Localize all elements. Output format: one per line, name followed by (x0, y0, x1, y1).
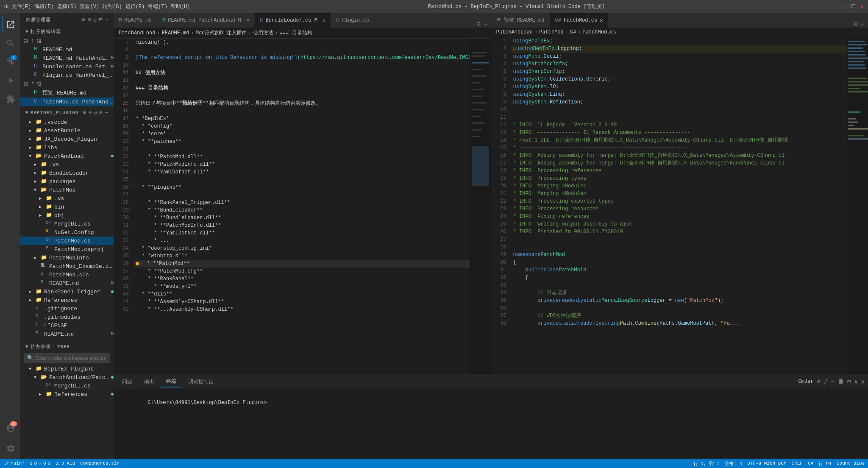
cursor-pos-status[interactable]: 行 1, 列 1 (693, 460, 720, 467)
terminal-split-btn[interactable]: ╱ (824, 378, 827, 385)
right-breadcrumb-patchandload[interactable]: PatchAndLoad (496, 29, 533, 35)
tree-license[interactable]: ▶TLICENSE (20, 321, 114, 330)
component-status[interactable]: Components.sln (80, 461, 119, 466)
tree-references[interactable]: ▶📁References (20, 296, 114, 304)
terminal-close-down[interactable]: ∨ (861, 378, 865, 385)
breadcrumb-patchandload[interactable]: PatchAndLoad (119, 30, 155, 36)
right-split-btn[interactable]: ⊡ (854, 20, 857, 28)
tree-mergedll[interactable]: ▶C#MergeDll.cs (20, 220, 114, 228)
tree-gitmodules[interactable]: ▶G.gitmodules (20, 313, 114, 321)
git-branch-status[interactable]: ⎇ main* (3, 461, 25, 466)
tree-patchmod-csproj[interactable]: ▶PPatchMod.csproj (20, 245, 114, 254)
tree-patchmodinfo[interactable]: ▶📁PatchModInfo (20, 254, 114, 262)
tree-libs[interactable]: ▶📁libs (20, 143, 114, 152)
search-activity-icon[interactable] (2, 35, 19, 52)
right-code-editor[interactable]: 1 2 3 4 5 6 7 8 9 10 11 12 13 (491, 37, 868, 374)
right-code-content[interactable]: using BepInEx; ⚠using BepInEx.Logging; u… (512, 37, 847, 374)
tab-debug-console[interactable]: 调试控制台 (183, 376, 219, 387)
explorer-activity-icon[interactable] (2, 16, 19, 33)
menu-run[interactable]: 运行(R) (125, 3, 145, 10)
tab-bundleloader[interactable]: C BundleLoader.cs M ✕ (255, 13, 331, 28)
pending-references[interactable]: ▶📁References (20, 390, 114, 398)
breadcrumb-mod[interactable]: Mod形式的DL注入插件 (196, 29, 247, 36)
line-ending-status[interactable]: CRLF (792, 461, 803, 466)
menu-view[interactable]: 查看(V) (80, 3, 99, 10)
open-file-plugin[interactable]: C Plugin.cs RankPanel_Trigger\\Ra... (20, 71, 114, 79)
tree-vscode[interactable]: ▶📁.vscode (20, 118, 114, 126)
refresh-btn[interactable]: ↺ (93, 16, 97, 23)
right-breadcrumb-patchmod[interactable]: PatchMod (539, 29, 564, 35)
tree-patchmod-bin[interactable]: ▶📁bin (20, 203, 114, 211)
right-breadcrumb-file[interactable]: PatchMod.cs (583, 29, 616, 35)
tab-patchmod-cs[interactable]: C# PatchMod.cs ✕ (550, 13, 609, 28)
terminal-content[interactable]: C:\Users\84991\Desktop\BepInEx_Plugins> (114, 389, 868, 459)
errors-status[interactable]: ⊗ 0 ⚠ 0 0 (30, 461, 50, 466)
tree-nuget[interactable]: ▶NNuGet.Config (20, 228, 114, 237)
count-status[interactable]: Count 3109 (837, 461, 865, 466)
ws-new-folder[interactable]: ⊕ (89, 109, 92, 116)
more-tab-actions-btn[interactable]: ⋯ (484, 20, 487, 28)
tree-readme-patchandload[interactable]: ▶MREADME.md M (20, 279, 114, 287)
tree-patchmod-sln[interactable]: ▶SPatchMod.sln (20, 270, 114, 279)
settings-activity-icon[interactable] (2, 440, 19, 457)
breadcrumb-usage[interactable]: 使用方法 (253, 29, 273, 36)
tab-terminal[interactable]: 终端 (161, 376, 181, 387)
tree-assetbundle[interactable]: ▶📁AssetBundle (20, 126, 114, 135)
open-file-readme-patchandload[interactable]: M README.md PatchAndLo... M (20, 54, 114, 62)
tab-readme[interactable]: M README.md (114, 13, 157, 28)
tab-plugin[interactable]: C Plugin.cs (331, 13, 375, 28)
open-editors-section[interactable]: ▼打开的编辑器 (20, 27, 114, 36)
terminal-close-up[interactable]: ∧ (854, 378, 857, 385)
minimize-btn[interactable]: ─ (843, 3, 846, 10)
left-code-content[interactable]: missing!`). [The referenced script on th… (134, 39, 470, 374)
menu-edit[interactable]: 编辑(E) (34, 3, 54, 10)
encoding-status[interactable]: UTF-8 with BOM (747, 461, 786, 466)
ws-refresh[interactable]: ↺ (94, 109, 98, 116)
tree-readme[interactable]: ▶MREADME.md M (20, 330, 114, 338)
menu-terminal[interactable]: 终端(T) (148, 3, 167, 10)
tree-packages[interactable]: ▶📁packages (20, 177, 114, 186)
terminal-add-btn[interactable]: − (831, 378, 834, 385)
ws-more[interactable]: ⋯ (105, 109, 108, 116)
source-control-activity-icon[interactable]: 1 (2, 53, 19, 70)
open-file-preview-readme[interactable]: P 预览 README.md (20, 88, 114, 98)
tree-gitignore[interactable]: ▶G.gitignore (20, 304, 114, 313)
open-file-patchmod[interactable]: C PatchMod.cs PatchAndLoad\\Pat... (20, 98, 114, 106)
left-code-editor[interactable]: 7 8 9 10 11 12 13 14 15 16 17 18 (114, 39, 491, 374)
run-activity-icon[interactable] (2, 72, 19, 89)
pending-bepinex[interactable]: ▼📁BepInEx_Plugins (20, 365, 114, 373)
workspace-section[interactable]: ▼BEPINEX_PLUGINS ⊕ ⊕ ↺ ⊟ ⋯ (20, 108, 114, 118)
right-more-btn[interactable]: ⋯ (861, 20, 865, 28)
terminal-delete-btn[interactable]: 🗑 (838, 378, 844, 385)
tab-output[interactable]: 输出 (139, 376, 159, 387)
tree-patchmod-folder[interactable]: ▼📂PatchMod (20, 186, 114, 194)
extensions-activity-icon[interactable] (2, 91, 19, 108)
language-status[interactable]: C# (808, 461, 813, 466)
tree-rankpanel[interactable]: ▶📁RankPanel_Trigger (20, 287, 114, 296)
tree-patchmod-obj[interactable]: ▶📁obj (20, 211, 114, 220)
open-file-bundleloader[interactable]: C BundleLoader.cs PatchA... M (20, 62, 114, 71)
tab-readme-patchandload[interactable]: M README.md PatchAndLoad M ✕ (157, 13, 255, 28)
patchmod-tab-close[interactable]: ✕ (600, 17, 603, 24)
menu-goto[interactable]: 转到(G) (103, 3, 122, 10)
close-btn[interactable]: ✕ (860, 3, 864, 10)
pending-mergedll[interactable]: ▶C#MergeDll.cs (20, 382, 114, 390)
tree-patchmod-cs[interactable]: ▶C#PatchMod.cs (20, 237, 114, 245)
menu-select[interactable]: 选择(S) (57, 3, 77, 10)
new-terminal-btn[interactable]: ⊕ (817, 378, 820, 385)
breadcrumb-readme[interactable]: README.md (162, 30, 189, 36)
new-folder-btn[interactable]: ⊕ (87, 16, 91, 23)
tree-patchmod-vs[interactable]: ▶📁.vs (20, 194, 114, 203)
line-count-status[interactable]: 行 94 (818, 460, 832, 467)
file-size-status[interactable]: 3.3 KiB (56, 461, 75, 466)
menu-file[interactable]: 文件(F) (12, 3, 31, 10)
tree-jx-decode[interactable]: ▶📁JX_Decode_Plugin (20, 135, 114, 143)
menu-help[interactable]: 帮助(H) (171, 3, 190, 10)
terminal-maximize-btn[interactable]: ⊡ (847, 378, 851, 385)
maximize-btn[interactable]: □ (851, 3, 855, 10)
tree-vs[interactable]: ▶📁.vs (20, 160, 114, 169)
tree-patchmod-example[interactable]: ▶🗜PatchMod_Example.zip (20, 262, 114, 270)
tab-close-btn2[interactable]: ✕ (323, 17, 326, 24)
ws-collapse[interactable]: ⊟ (99, 109, 103, 116)
tree-patchandload[interactable]: ▼📂PatchAndLoad (20, 152, 114, 160)
